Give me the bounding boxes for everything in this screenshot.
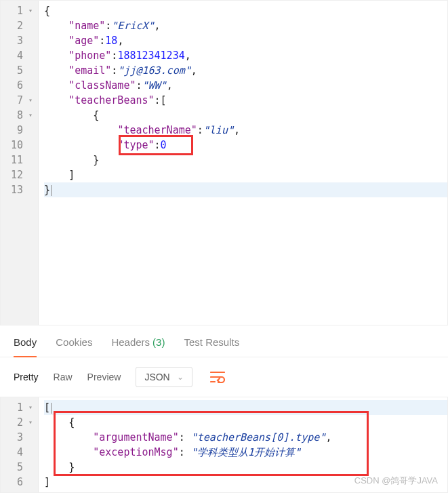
json-string: "EricX" [111,20,154,32]
json-key: "phone" [68,50,111,62]
line-number: 4 [17,48,23,63]
line-number: 7 [17,93,23,108]
json-key: "name" [68,20,105,32]
json-number: 18812341234 [117,50,184,62]
line-number: 10 [11,138,23,153]
text-cursor [51,403,52,414]
line-number: 3 [17,33,23,48]
line-number: 5 [17,63,23,78]
line-number: 12 [11,167,23,182]
brace: } [93,154,99,166]
code-area[interactable]: [ { "argumentName": "teacherBeans[0].typ… [39,397,447,492]
line-number: 1 [17,400,23,415]
chevron-down-icon: ⌄ [177,372,184,382]
text-cursor [51,185,52,196]
watermark-text: CSDN @鸽哥学JAVA [354,473,438,488]
json-string: "teacherBeans[0].type" [191,431,326,443]
json-key: "type" [117,139,154,151]
response-body-editor[interactable]: 1▾ 2▾ 3 4 5 6 [ { "argumentName": "teach… [0,397,448,493]
brace: { [44,5,50,17]
format-select[interactable]: JSON ⌄ [136,367,192,387]
bracket: [ [44,401,50,414]
line-number: 3 [17,430,23,445]
json-number: 0 [161,139,167,151]
tab-test-results[interactable]: Test Results [184,336,239,357]
json-string: "jj@163.com" [117,64,190,77]
format-select-value: JSON [144,372,169,382]
line-number: 2 [17,18,23,33]
brace: } [44,184,50,196]
line-number: 6 [17,475,23,490]
json-key: "teacherBeans" [68,94,154,106]
tab-headers[interactable]: Headers(3) [111,336,165,357]
line-number: 4 [17,445,23,460]
json-key: "email" [68,64,111,77]
json-string: "WW" [142,79,167,92]
line-number: 9 [17,123,23,138]
fold-icon[interactable]: ▾ [26,400,33,415]
tab-body[interactable]: Body [14,336,37,357]
fold-icon[interactable]: ▾ [26,93,33,108]
bracket: ] [44,476,50,488]
bracket: [ [161,94,167,106]
json-string: "liu" [203,124,234,136]
line-gutter: 1▾ 2▾ 3 4 5 6 [1,397,39,492]
wrap-lines-button[interactable] [207,367,228,387]
json-key: "teacherName" [117,124,197,136]
json-key: "argumentName" [93,431,178,443]
fold-icon[interactable]: ▾ [26,415,33,430]
request-body-editor[interactable]: 1▾ 2 3 4 5 6 7▾ 8▾ 9 10 11 12 13 { "name… [0,0,448,325]
line-number: 1 [17,3,23,18]
response-toolbar: Pretty Raw Preview JSON ⌄ [0,357,448,397]
line-number: 11 [11,153,23,167]
line-gutter: 1▾ 2 3 4 5 6 7▾ 8▾ 9 10 11 12 13 [1,1,39,325]
response-tabs: Body Cookies Headers(3) Test Results [0,325,448,357]
view-preview[interactable]: Preview [87,372,121,382]
json-key: "exceptionMsg" [93,446,178,458]
json-key: "className" [68,79,136,92]
brace: { [93,109,99,121]
view-pretty[interactable]: Pretty [14,372,39,382]
bracket: ] [68,169,75,181]
json-number: 18 [105,35,117,47]
code-area[interactable]: { "name":"EricX", "age":18, "phone":1881… [39,1,447,325]
brace: } [68,461,75,473]
line-number: 8 [17,108,23,123]
view-raw[interactable]: Raw [54,372,73,382]
fold-icon[interactable]: ▾ [26,3,33,18]
line-number: 13 [11,182,23,197]
json-string: "学科类型从1开始计算" [191,446,301,458]
brace: { [68,416,75,429]
line-number: 2 [17,415,23,430]
fold-icon[interactable]: ▾ [26,108,33,123]
line-number: 5 [17,460,23,475]
tab-cookies[interactable]: Cookies [56,336,92,357]
line-number: 6 [17,78,23,93]
json-key: "age" [68,35,99,47]
